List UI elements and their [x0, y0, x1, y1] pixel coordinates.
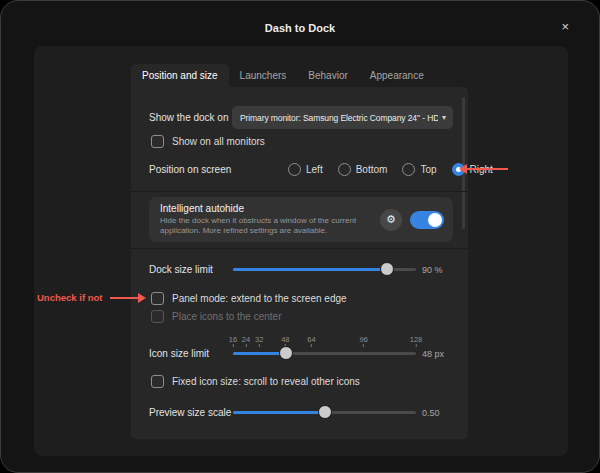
arrow-line	[110, 297, 139, 299]
icon-size-label: Icon size limit	[149, 348, 209, 359]
radio-label: Top	[420, 164, 436, 175]
preview-size-value: 0.50	[422, 408, 440, 418]
preview-size-label: Preview size scale	[149, 407, 231, 418]
toggle-knob	[428, 213, 442, 227]
dock-size-slider[interactable]	[233, 261, 416, 277]
checkbox-box	[151, 292, 164, 305]
slider-handle[interactable]	[279, 346, 293, 360]
place-icons-center-checkbox: Place icons to the center	[151, 309, 282, 324]
dock-size-label: Dock size limit	[149, 264, 213, 275]
arrow-head	[138, 293, 146, 303]
radio-option-bottom[interactable]: Bottom	[338, 163, 388, 176]
autohide-text: Intelligent autohide Hide the dock when …	[160, 203, 372, 237]
slider-handle[interactable]	[318, 405, 332, 419]
autohide-title: Intelligent autohide	[160, 203, 372, 214]
icon-size-value: 48 px	[422, 349, 444, 359]
fixed-icon-size-checkbox[interactable]: Fixed icon size: scroll to reveal other …	[151, 374, 360, 389]
radio-label: Left	[306, 164, 323, 175]
preview-size-slider[interactable]	[233, 404, 416, 420]
icon-size-slider[interactable]	[233, 345, 416, 361]
dock-size-value: 90 %	[422, 265, 443, 275]
annotation-arrow-right-icon	[110, 293, 146, 303]
chevron-down-icon: ▾	[442, 113, 446, 122]
slider-fill	[233, 411, 325, 414]
slider-fill	[233, 268, 387, 271]
intelligent-autohide-card: Intelligent autohide Hide the dock when …	[149, 197, 453, 242]
tab-appearance[interactable]: Appearance	[359, 64, 435, 87]
window-title: Dash to Dock	[1, 22, 599, 34]
checkbox-box	[151, 135, 164, 148]
checkbox-label: Place icons to the center	[172, 311, 282, 322]
gear-icon[interactable]: ⚙	[380, 209, 402, 231]
monitor-dropdown[interactable]: Primary monitor: Samsung Electric Compan…	[232, 106, 453, 129]
show-dock-label: Show the dock on	[149, 112, 229, 123]
section-divider	[131, 248, 468, 249]
radio-icon	[338, 163, 351, 176]
arrow-line	[466, 168, 508, 170]
autohide-description: Hide the dock when it obstructs a window…	[160, 216, 372, 237]
uncheck-annotation-text: Uncheck if not	[37, 292, 102, 303]
section-divider	[131, 191, 468, 192]
arrow-head	[459, 164, 467, 174]
tab-position-and-size[interactable]: Position and size	[131, 64, 229, 87]
tab-launchers[interactable]: Launchers	[229, 64, 298, 87]
checkbox-label: Panel mode: extend to the screen edge	[172, 293, 347, 304]
tab-bar: Position and size Launchers Behavior App…	[131, 64, 435, 87]
checkbox-label: Show on all monitors	[172, 136, 265, 147]
annotation-arrow-left-icon	[459, 164, 508, 174]
dialog-frame: Dash to Dock × Position and size Launche…	[0, 0, 600, 473]
checkbox-box	[151, 375, 164, 388]
panel-mode-checkbox[interactable]: Panel mode: extend to the screen edge	[151, 291, 347, 306]
monitor-dropdown-value: Primary monitor: Samsung Electric Compan…	[240, 113, 438, 123]
show-all-monitors-checkbox[interactable]: Show on all monitors	[151, 134, 265, 149]
close-icon[interactable]: ×	[561, 20, 569, 33]
radio-icon	[402, 163, 415, 176]
radio-icon	[288, 163, 301, 176]
checkbox-box	[151, 310, 164, 323]
radio-option-top[interactable]: Top	[402, 163, 436, 176]
radio-option-left[interactable]: Left	[288, 163, 323, 176]
radio-label: Bottom	[356, 164, 388, 175]
checkbox-label: Fixed icon size: scroll to reveal other …	[172, 376, 360, 387]
slider-handle[interactable]	[380, 262, 394, 276]
autohide-toggle[interactable]	[410, 211, 444, 229]
tab-behavior[interactable]: Behavior	[297, 64, 358, 87]
position-on-screen-label: Position on screen	[149, 164, 231, 175]
